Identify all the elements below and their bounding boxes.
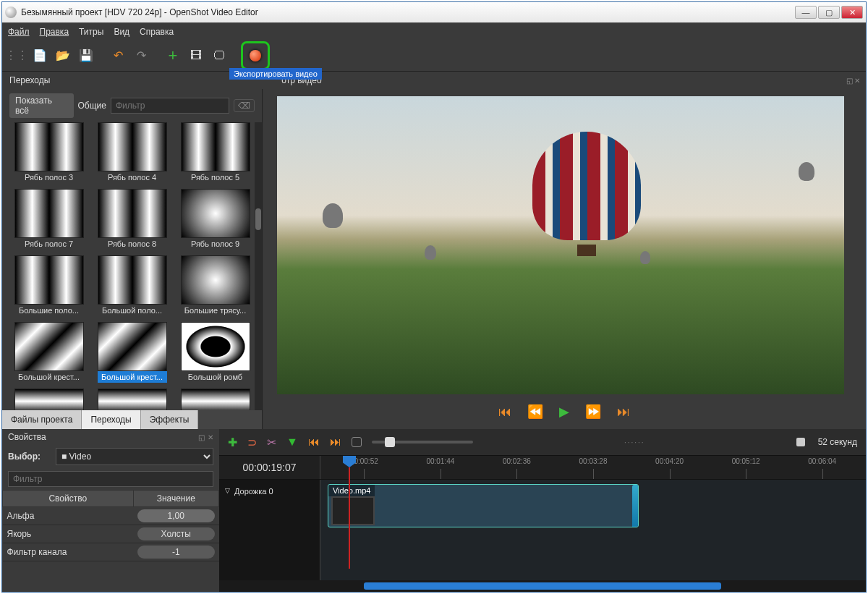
tab-project-files[interactable]: Файлы проекта <box>2 410 82 429</box>
playhead[interactable] <box>349 456 356 479</box>
thumb-image <box>181 122 250 171</box>
open-project-button[interactable]: 📂 <box>53 46 73 66</box>
prev-marker-button[interactable]: ⏮ <box>308 436 320 449</box>
snap-button[interactable]: ⊃ <box>247 436 257 449</box>
transition-thumb[interactable]: Рябь полос 3 <box>9 122 88 183</box>
thumb-label: Большой поло... <box>98 305 167 316</box>
thumb-label: Большой крест... <box>98 371 167 383</box>
clip-end-handle[interactable] <box>632 485 639 527</box>
track-area[interactable]: Video.mp4 <box>320 480 866 580</box>
transition-thumb[interactable]: Рябь полос 8 <box>93 189 171 250</box>
thumb-image <box>181 322 250 371</box>
dock-close-icon[interactable]: ✕ <box>854 77 860 85</box>
prop-value[interactable]: -1 <box>137 546 214 559</box>
dock-float-icon[interactable]: ◱ <box>846 77 853 85</box>
save-project-button[interactable]: 💾 <box>76 46 96 66</box>
zoom-slider[interactable] <box>372 441 473 444</box>
thumb-label: Рябь полос 3 <box>14 171 84 183</box>
common-tab[interactable]: Общие <box>78 101 106 111</box>
property-row[interactable]: Альфа1,00 <box>3 507 219 525</box>
panel-header-row: Переходы отр видео ◱ ✕ <box>2 72 866 89</box>
timeline-clip[interactable]: Video.mp4 <box>328 484 639 527</box>
transitions-scrollbar[interactable] <box>255 122 262 410</box>
fast-forward-button[interactable]: ⏩ <box>585 404 601 420</box>
thumb-label: Рябь полос 7 <box>14 238 84 250</box>
transition-thumb[interactable]: Большой крест... <box>93 322 171 383</box>
menu-edit[interactable]: Правка <box>40 27 69 37</box>
properties-filter-input[interactable] <box>8 471 213 487</box>
redo-button[interactable]: ↷ <box>131 46 151 66</box>
tab-effects[interactable]: Эффекты <box>141 410 199 429</box>
new-project-button[interactable]: 📄 <box>30 46 50 66</box>
drag-handle[interactable]: ······ <box>483 438 786 446</box>
show-all-button[interactable]: Показать всё <box>9 93 74 118</box>
export-video-button[interactable] <box>245 46 265 66</box>
thumb-image <box>181 389 250 410</box>
property-row[interactable]: ЯкорьХолсты <box>3 525 219 543</box>
transitions-filter-input[interactable] <box>111 98 229 114</box>
profile-button[interactable]: 🎞 <box>186 46 206 66</box>
timeline-ruler[interactable]: 00:00:5200:01:4400:02:3600:03:2800:04:20… <box>320 456 866 479</box>
export-tooltip: Экспортировать видео <box>229 68 322 80</box>
transition-thumb[interactable]: Большие трясу... <box>176 255 255 316</box>
thumb-label: Большие поло... <box>14 305 84 316</box>
play-button[interactable]: ▶ <box>559 404 569 420</box>
maximize-button[interactable]: ▢ <box>818 6 840 19</box>
menu-titles[interactable]: Титры <box>79 27 103 37</box>
thumb-image <box>14 322 84 371</box>
property-row[interactable]: Фильтр канала-1 <box>3 543 219 561</box>
choice-select[interactable]: ■ Video <box>56 448 213 465</box>
export-highlight <box>241 41 270 70</box>
transition-thumb[interactable]: Большой крест... <box>9 322 88 383</box>
jump-end-button[interactable]: ⏭ <box>617 404 630 420</box>
prop-value[interactable]: 1,00 <box>137 509 214 522</box>
transition-thumb[interactable]: Большой поло... <box>93 255 171 316</box>
fullscreen-button[interactable]: 🖵 <box>209 46 229 66</box>
close-button[interactable]: ✕ <box>841 6 863 19</box>
menu-file[interactable]: Файл <box>8 27 30 37</box>
prop-name: Якорь <box>3 525 134 543</box>
dock-close-icon[interactable]: ✕ <box>208 433 213 441</box>
transition-thumb[interactable]: Рябь полос 7 <box>9 189 88 250</box>
transition-thumb[interactable] <box>93 389 171 410</box>
jump-start-button[interactable]: ⏮ <box>498 404 511 420</box>
thumb-image <box>14 255 84 305</box>
thumb-image <box>98 255 167 305</box>
track-header[interactable]: ▽ Дорожка 0 <box>219 480 320 580</box>
preview-playbar: ⏮ ⏪ ▶ ⏩ ⏭ <box>263 394 866 429</box>
thumb-label: Рябь полос 5 <box>181 171 250 183</box>
center-toggle[interactable] <box>352 437 362 447</box>
track-collapse-icon[interactable]: ▽ <box>225 487 230 494</box>
duration-icon <box>796 438 805 446</box>
menu-help[interactable]: Справка <box>140 27 174 37</box>
properties-title: Свойства <box>8 432 198 442</box>
undo-button[interactable]: ↶ <box>108 46 128 66</box>
next-marker-button[interactable]: ⏭ <box>330 436 341 449</box>
transition-thumb[interactable]: Рябь полос 5 <box>176 122 255 183</box>
video-preview[interactable] <box>277 96 844 394</box>
dock-float-icon[interactable]: ◱ <box>198 433 205 441</box>
transition-thumb[interactable] <box>9 389 88 410</box>
tab-transitions[interactable]: Переходы <box>82 410 140 429</box>
menu-view[interactable]: Вид <box>114 27 129 37</box>
transition-thumb[interactable]: Рябь полос 9 <box>176 189 255 250</box>
import-button[interactable]: + <box>163 46 183 66</box>
prop-value[interactable]: Холсты <box>137 527 214 540</box>
rewind-button[interactable]: ⏪ <box>527 404 543 420</box>
minimize-button[interactable]: — <box>795 6 817 19</box>
add-track-button[interactable]: ✚ <box>228 436 237 449</box>
timeline-toolbar: ✚ ⊃ ✂ ▼ ⏮ ⏭ ······ 52 секунд <box>219 429 866 455</box>
marker-button[interactable]: ▼ <box>286 436 298 449</box>
col-value[interactable]: Значение <box>133 491 218 507</box>
transition-thumb[interactable]: Большой ромб <box>176 322 255 383</box>
thumb-image <box>14 189 84 238</box>
razor-button[interactable]: ✂ <box>267 436 276 449</box>
timeline-hscrollbar[interactable] <box>219 580 866 592</box>
transition-thumb[interactable]: Рябь полос 4 <box>93 122 171 183</box>
transition-thumb[interactable]: Большие поло... <box>9 255 88 316</box>
col-property[interactable]: Свойство <box>3 491 134 507</box>
transition-thumb[interactable] <box>176 389 255 410</box>
balloon-illustration <box>532 132 641 262</box>
choice-label: Выбор: <box>8 451 51 462</box>
clear-filter-button[interactable]: ⌫ <box>234 99 255 112</box>
